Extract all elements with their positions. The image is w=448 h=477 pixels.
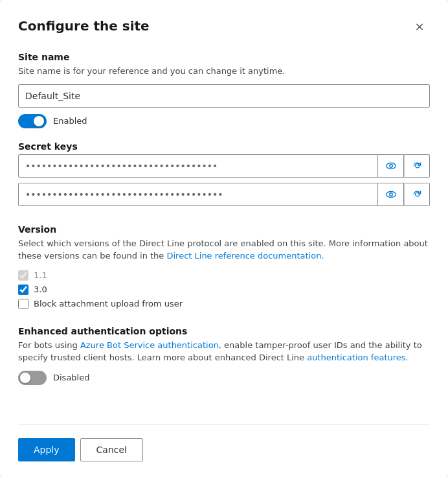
version-3-0-row: 3.0 (18, 285, 430, 295)
apply-button[interactable]: Apply (18, 438, 75, 461)
site-enabled-toggle[interactable] (18, 114, 47, 128)
version-description: Select which versions of the Direct Line… (18, 237, 430, 262)
site-name-input[interactable] (18, 84, 430, 108)
version-1-1-label: 1.1 (34, 270, 47, 280)
enhanced-auth-toggle[interactable] (18, 371, 47, 385)
svg-point-3 (389, 192, 392, 196)
enhanced-auth-toggle-row: Disabled (18, 371, 430, 385)
secret-keys-section: Secret keys (18, 141, 430, 211)
refresh-key-1-button[interactable] (404, 154, 430, 178)
version-3-0-checkbox[interactable] (18, 285, 28, 295)
show-key-1-button[interactable] (378, 154, 404, 178)
block-attachment-row: Block attachment upload from user (18, 299, 430, 309)
direct-line-docs-link[interactable]: Direct Line reference documentation. (166, 251, 324, 261)
secret-keys-label: Secret keys (18, 141, 430, 152)
eye-icon-2 (385, 189, 397, 200)
site-name-label: Site name (18, 52, 430, 62)
enhanced-auth-description: For bots using Azure Bot Service authent… (18, 339, 430, 364)
dialog-footer: Apply Cancel (18, 425, 430, 461)
version-3-0-label: 3.0 (34, 285, 47, 294)
dialog-header: Configure the site × (18, 16, 430, 36)
block-attachment-checkbox[interactable] (18, 299, 28, 309)
enhanced-auth-toggle-thumb (20, 373, 30, 383)
configure-site-dialog: Configure the site × Site name Site name… (0, 0, 448, 477)
enhanced-auth-toggle-label: Disabled (53, 373, 89, 382)
secret-key-1-input[interactable] (18, 154, 378, 178)
secret-key-2-row (18, 183, 430, 206)
svg-point-0 (386, 163, 395, 169)
site-enabled-label: Enabled (53, 116, 87, 126)
cancel-button[interactable]: Cancel (80, 438, 143, 461)
version-1-1-checkbox[interactable] (18, 270, 28, 281)
version-1-1-row: 1.1 (18, 270, 430, 281)
close-icon: × (414, 19, 424, 33)
close-button[interactable]: × (409, 16, 430, 36)
auth-features-link[interactable]: authentication features. (307, 353, 408, 362)
show-key-2-button[interactable] (378, 183, 404, 206)
refresh-icon-2 (412, 189, 422, 200)
dialog-title: Configure the site (18, 18, 150, 34)
refresh-key-2-button[interactable] (404, 183, 430, 206)
svg-point-1 (389, 164, 392, 167)
version-label: Version (18, 224, 430, 235)
block-attachment-label: Block attachment upload from user (34, 299, 183, 308)
site-enabled-toggle-row: Enabled (18, 114, 430, 128)
azure-bot-service-link[interactable]: Azure Bot Service authentication (80, 340, 219, 350)
eye-icon-1 (385, 160, 397, 172)
version-section: Version Select which versions of the Dir… (18, 224, 430, 313)
site-name-section: Site name Site name is for your referenc… (18, 52, 430, 128)
refresh-icon-1 (412, 161, 422, 171)
enhanced-auth-desc-1: For bots using (18, 340, 80, 350)
enhanced-auth-label: Enhanced authentication options (18, 326, 430, 336)
enhanced-auth-section: Enhanced authentication options For bots… (18, 326, 430, 385)
toggle-thumb (34, 116, 44, 126)
svg-point-2 (386, 191, 395, 197)
secret-key-1-row (18, 154, 430, 178)
secret-key-2-input[interactable] (18, 183, 378, 206)
site-name-description: Site name is for your reference and you … (18, 65, 430, 78)
